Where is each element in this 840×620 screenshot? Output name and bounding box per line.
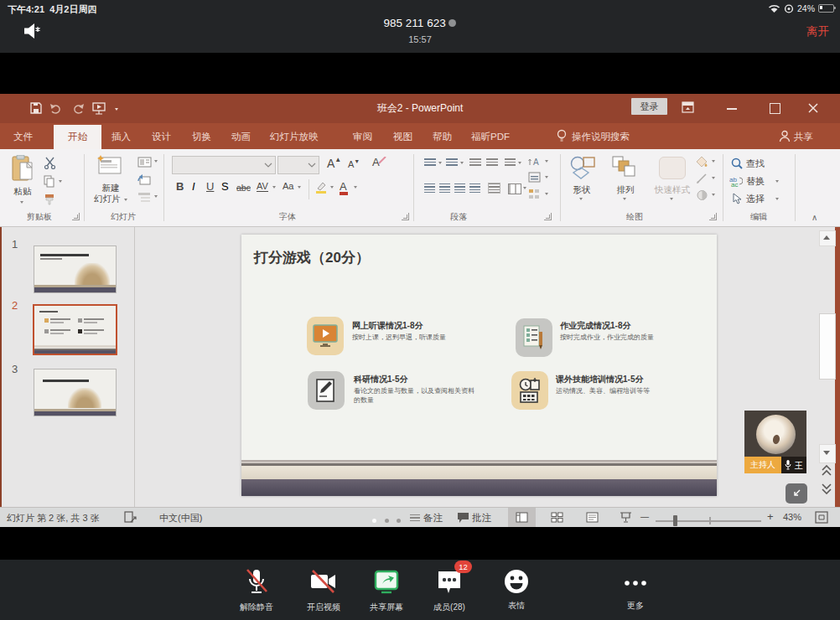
smartart-dropdown-icon[interactable] [545, 193, 548, 195]
font-launcher-icon[interactable] [402, 213, 409, 220]
align-center-icon[interactable] [439, 183, 450, 193]
arrange-icon[interactable] [611, 155, 636, 180]
share-button[interactable]: 共享 [794, 131, 813, 143]
tab-file[interactable]: 文件 [13, 131, 33, 143]
numbered-list-icon[interactable] [446, 158, 458, 168]
comments-button[interactable]: 批注 [472, 512, 491, 524]
change-case-dropdown-icon[interactable] [298, 186, 301, 189]
align-text-icon[interactable] [528, 172, 541, 183]
zoom-slider-thumb[interactable] [673, 515, 677, 526]
slide-thumbnail-1[interactable] [34, 245, 117, 293]
view-normal-button[interactable] [508, 508, 536, 527]
slide-thumbnail-3[interactable] [34, 369, 117, 416]
smartart-convert-icon[interactable] [528, 189, 541, 199]
login-button[interactable]: 登录 [631, 98, 667, 115]
zoom-percent[interactable]: 43% [783, 512, 801, 522]
shape-fill-icon[interactable] [696, 156, 708, 168]
video-tile[interactable]: 主持人 王 [744, 411, 806, 473]
view-reading-button[interactable] [578, 508, 606, 527]
text-shadow-button[interactable]: abc [236, 183, 251, 193]
ribbon-display-options-icon[interactable] [682, 101, 694, 113]
replace-icon[interactable]: abac [729, 175, 743, 187]
italic-button[interactable]: I [192, 180, 195, 193]
drawing-launcher-icon[interactable] [709, 213, 717, 220]
cut-icon[interactable] [44, 157, 56, 169]
more-button[interactable]: 更多 [610, 568, 661, 612]
slide-canvas[interactable]: 打分游戏（20分） 网上听课情况1-8分 按时上课，迟到早退，听课质量 作业完成… [241, 235, 717, 496]
shrink-font-button[interactable]: A▼ [348, 158, 360, 169]
quick-styles-button[interactable]: 快速样式 [647, 184, 697, 196]
find-icon[interactable] [731, 158, 743, 169]
bullet-list-icon[interactable] [424, 158, 436, 168]
view-sorter-button[interactable] [543, 508, 571, 527]
find-button[interactable]: 查找 [746, 158, 765, 170]
tab-insert[interactable]: 插入 [111, 131, 131, 143]
new-slide-button-line2[interactable]: 幻灯片 [87, 194, 134, 205]
comments-icon[interactable] [457, 512, 469, 523]
notes-button[interactable]: 备注 [423, 512, 443, 524]
shapes-dropdown-icon[interactable] [579, 198, 583, 200]
shapes-icon[interactable] [567, 156, 599, 179]
paragraph-launcher-icon[interactable] [544, 213, 552, 220]
layout-dropdown-icon[interactable] [154, 160, 158, 163]
view-slideshow-button[interactable] [612, 508, 640, 527]
arrange-button[interactable]: 排列 [602, 184, 649, 196]
expand-video-button[interactable] [786, 483, 807, 504]
select-button[interactable]: 选择 [746, 193, 765, 205]
line-spacing-icon[interactable] [505, 158, 516, 168]
char-spacing-dropdown-icon[interactable] [272, 186, 276, 189]
maximize-button[interactable] [770, 103, 780, 114]
minimize-button[interactable] [727, 108, 737, 110]
copy-icon[interactable] [44, 175, 55, 188]
zoom-slider-track[interactable] [656, 520, 761, 522]
justify-icon[interactable] [469, 183, 480, 193]
replace-button[interactable]: 替换 [746, 175, 765, 188]
columns-icon[interactable] [508, 183, 521, 194]
tab-slideshow[interactable]: 幻灯片放映 [270, 131, 319, 143]
increase-indent-icon[interactable] [486, 158, 498, 168]
font-color-button[interactable]: A [340, 180, 347, 193]
tab-review[interactable]: 审阅 [353, 131, 372, 143]
paste-dropdown-icon[interactable] [20, 201, 23, 204]
language-indicator[interactable]: 中文(中国) [159, 512, 202, 524]
fit-window-icon[interactable] [815, 511, 828, 524]
reset-slide-icon[interactable] [137, 174, 151, 186]
select-dropdown-icon[interactable] [775, 198, 779, 200]
notes-icon[interactable] [410, 514, 420, 523]
shape-effects-dropdown-icon[interactable] [712, 194, 715, 196]
numbering-dropdown-icon[interactable] [460, 162, 464, 164]
tab-design[interactable]: 设计 [152, 131, 171, 143]
highlight-color-button[interactable] [315, 181, 328, 194]
video-button[interactable]: 开启视频 [298, 568, 349, 613]
scroll-down-button[interactable] [819, 444, 836, 463]
zoom-in-button[interactable]: + [767, 510, 774, 523]
clipboard-launcher-icon[interactable] [72, 213, 80, 220]
tab-view[interactable]: 视图 [393, 131, 412, 143]
character-spacing-button[interactable]: AV [257, 181, 268, 191]
format-painter-icon[interactable] [44, 194, 56, 206]
paste-button[interactable]: 粘贴 [3, 186, 42, 198]
members-button[interactable]: 成员(28) 12 [424, 568, 474, 613]
slide-thumbnail-2[interactable] [33, 304, 117, 355]
shapes-button[interactable]: 形状 [558, 184, 605, 196]
scrollbar-thumb[interactable] [819, 313, 836, 380]
align-right-icon[interactable] [454, 183, 465, 193]
scroll-up-button[interactable] [819, 230, 836, 246]
line-spacing-dropdown-icon[interactable] [518, 162, 521, 164]
decrease-indent-icon[interactable] [469, 158, 481, 168]
underline-button[interactable]: U [206, 180, 214, 193]
mute-button[interactable]: 解除静音 [231, 568, 282, 613]
previous-slide-button[interactable] [821, 465, 832, 477]
tab-foxit-pdf[interactable]: 福昕PDF [471, 131, 510, 143]
quick-styles-icon[interactable] [659, 157, 686, 179]
align-text-dropdown-icon[interactable] [545, 176, 548, 178]
tab-transitions[interactable]: 切换 [192, 131, 211, 143]
change-case-button[interactable]: Aa [283, 181, 293, 191]
grow-font-button[interactable]: A▲ [327, 156, 341, 170]
align-left-icon[interactable] [424, 183, 435, 193]
bullet-dropdown-icon[interactable] [438, 162, 442, 164]
tell-me-search[interactable]: 操作说明搜索 [572, 131, 630, 143]
share-screen-button[interactable]: 共享屏幕 [361, 568, 412, 613]
bold-button[interactable]: B [176, 180, 184, 193]
tab-home[interactable]: 开始 [54, 125, 101, 149]
